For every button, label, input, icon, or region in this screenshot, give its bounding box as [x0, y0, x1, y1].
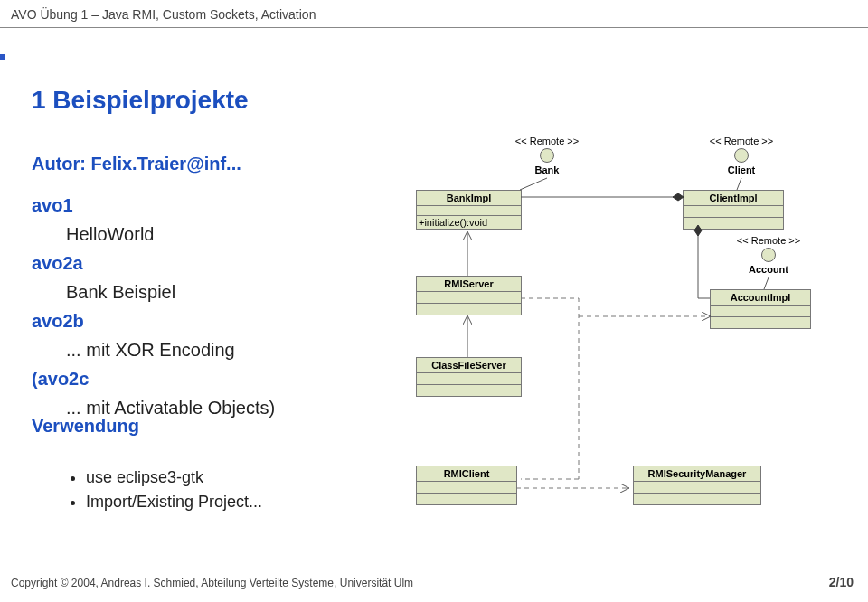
class-bankimpl-title: BankImpl: [417, 191, 521, 206]
class-clientimpl-title: ClientImpl: [684, 191, 783, 206]
interface-bank: << Remote >> Bank: [493, 136, 601, 175]
interface-account-name: Account: [749, 264, 788, 275]
bullet-import-project: Import/Existing Project...: [86, 493, 262, 512]
interface-bank-name: Bank: [535, 165, 560, 175]
class-bankimpl-method: +initialize():void: [417, 216, 521, 229]
item-avo1-sub: HelloWorld: [66, 220, 275, 249]
author-line: Autor: Felix.Traier@inf...: [32, 149, 275, 178]
class-classfileserver: ClassFileServer: [416, 357, 522, 397]
class-rmiclient-title: RMIClient: [417, 466, 516, 482]
item-avo2a-sub: Bank Beispiel: [66, 277, 275, 306]
title-marker: [0, 54, 5, 60]
usage-title: Verwendung: [32, 416, 139, 437]
interface-account: << Remote >> Account: [714, 235, 823, 275]
class-accountimpl-title: AccountImpl: [711, 290, 810, 306]
content-block: Autor: Felix.Traier@inf... avo1 HelloWor…: [32, 149, 275, 422]
item-avo2b-key: avo2b: [32, 306, 275, 335]
class-rmiclient: RMIClient: [416, 466, 517, 505]
lollipop-icon: [734, 148, 749, 163]
footer-text: Copyright © 2004, Andreas I. Schmied, Ab…: [11, 577, 413, 589]
class-clientimpl: ClientImpl: [683, 190, 784, 230]
header-divider: [0, 27, 868, 28]
class-rmiserver: RMIServer: [416, 276, 522, 315]
class-rmisecuritymanager: RMISecurityManager: [633, 466, 761, 505]
usage-bullets: use eclipse3-gtk Import/Existing Project…: [50, 468, 262, 517]
page-title: 1 Beispielprojekte: [32, 86, 249, 115]
bullet-use-eclipse: use eclipse3-gtk: [86, 468, 262, 487]
class-rmisecuritymanager-title: RMISecurityManager: [634, 466, 760, 482]
class-classfileserver-title: ClassFileServer: [417, 358, 521, 373]
lollipop-icon: [540, 148, 554, 163]
footer-divider: [0, 569, 868, 569]
svg-line-0: [520, 178, 547, 190]
stereotype-remote: << Remote >>: [493, 136, 601, 146]
page-header: AVO Übung 1 – Java RMI, Custom Sockets, …: [11, 7, 316, 22]
svg-line-1: [737, 178, 741, 190]
stereotype-remote: << Remote >>: [687, 136, 796, 146]
class-bankimpl: BankImpl +initialize():void: [416, 190, 522, 230]
class-accountimpl: AccountImpl: [710, 289, 811, 329]
svg-line-2: [764, 277, 769, 289]
item-avo2c-key: (avo2c: [32, 364, 275, 393]
item-avo2a-key: avo2a: [32, 249, 275, 277]
item-avo2b-sub: ... mit XOR Encoding: [66, 335, 275, 364]
interface-client: << Remote >> Client: [687, 136, 796, 175]
class-rmiserver-title: RMIServer: [417, 277, 521, 292]
interface-client-name: Client: [728, 165, 756, 175]
lollipop-icon: [761, 248, 776, 262]
item-avo1-key: avo1: [32, 191, 275, 220]
page-number: 2/10: [829, 575, 854, 589]
stereotype-remote: << Remote >>: [714, 235, 823, 246]
